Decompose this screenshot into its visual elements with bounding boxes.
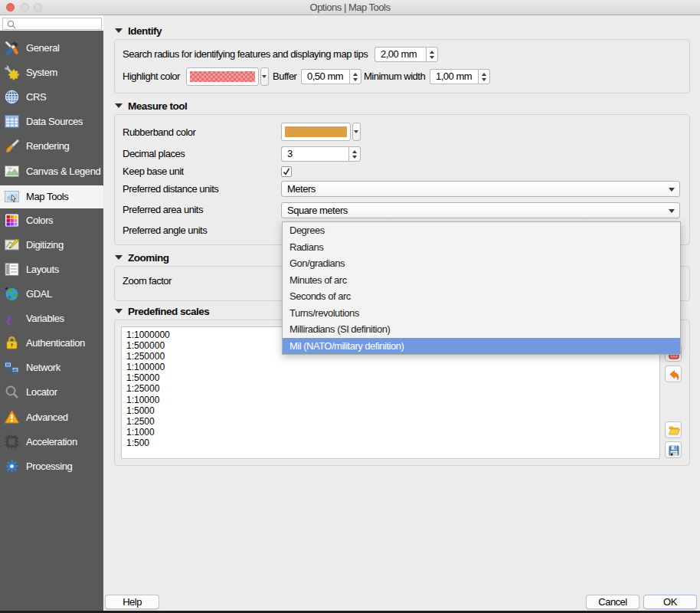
svg-text:ε: ε [6, 310, 14, 326]
